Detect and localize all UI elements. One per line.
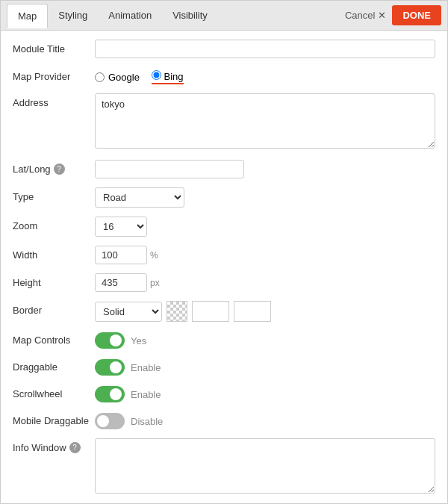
google-radio[interactable] — [95, 72, 105, 82]
mobile-draggable-control: Disable — [95, 411, 435, 429]
lat-long-help-icon[interactable]: ? — [54, 164, 65, 175]
address-textarea[interactable] — [95, 93, 435, 149]
border-label: Border — [13, 301, 95, 316]
bing-radio-option[interactable]: Bing — [152, 70, 184, 84]
zoom-select[interactable]: 1234 5678 9101112 13141516 17181920 — [95, 217, 147, 237]
draggable-row: Draggable Enable — [13, 358, 435, 376]
border-options: Solid Dashed Dotted None — [95, 301, 435, 322]
width-input-group: % — [95, 246, 435, 264]
map-controls-control: Yes — [95, 331, 435, 349]
scrollwheel-label: Scrollwheel — [13, 385, 95, 399]
height-input-group: px — [95, 273, 435, 292]
type-control: Road Satellite Aerial Hybrid — [95, 187, 435, 208]
mobile-draggable-slider — [95, 413, 125, 429]
cancel-icon: ✕ — [378, 10, 386, 21]
info-window-help-icon[interactable]: ? — [69, 442, 81, 453]
map-controls-toggle-wrap: Yes — [95, 331, 435, 349]
map-controls-toggle-label: Yes — [131, 335, 146, 346]
mobile-draggable-label: Mobile Draggable — [13, 411, 95, 426]
draggable-toggle[interactable] — [95, 359, 125, 376]
info-window-textarea[interactable] — [95, 438, 435, 494]
module-title-row: Module Title — [13, 40, 435, 58]
border-color1-swatch[interactable] — [192, 301, 229, 322]
map-controls-toggle[interactable] — [95, 332, 125, 349]
draggable-slider — [95, 359, 125, 376]
height-label: Height — [13, 273, 95, 288]
height-row: Height px — [13, 273, 435, 292]
map-provider-radio-group: Google Bing — [95, 67, 435, 84]
border-style-select[interactable]: Solid Dashed Dotted None — [95, 302, 162, 322]
width-input[interactable] — [95, 246, 147, 264]
map-controls-label: Map Controls — [13, 331, 95, 346]
mobile-draggable-toggle[interactable] — [95, 413, 125, 429]
zoom-row: Zoom 1234 5678 9101112 13141516 17181920 — [13, 217, 435, 237]
google-label: Google — [108, 72, 140, 83]
cancel-label: Cancel — [345, 10, 375, 21]
tab-animation[interactable]: Animation — [98, 4, 162, 27]
width-control: % — [95, 246, 435, 264]
mobile-draggable-toggle-wrap: Disable — [95, 411, 435, 429]
width-label: Width — [13, 246, 95, 261]
lat-long-label: Lat/Long ? — [13, 160, 95, 175]
draggable-label: Draggable — [13, 358, 95, 373]
scrollwheel-slider — [95, 386, 125, 402]
module-title-control — [95, 40, 435, 58]
tab-bar: Map Styling Animation Visibility Cancel … — [1, 1, 447, 31]
zoom-label: Zoom — [13, 217, 95, 231]
mobile-draggable-toggle-label: Disable — [131, 416, 163, 427]
border-control: Solid Dashed Dotted None — [95, 301, 435, 322]
cancel-button[interactable]: Cancel ✕ — [345, 10, 386, 21]
border-color2-swatch[interactable] — [234, 301, 271, 322]
map-provider-label: Map Provider — [13, 67, 95, 82]
map-provider-control: Google Bing — [95, 67, 435, 84]
height-input[interactable] — [95, 273, 147, 292]
height-unit: px — [150, 278, 160, 288]
address-control — [95, 93, 435, 151]
form-content: Module Title Map Provider Google Bing — [1, 31, 447, 503]
draggable-control: Enable — [95, 358, 435, 376]
type-row: Type Road Satellite Aerial Hybrid — [13, 187, 435, 208]
google-radio-option[interactable]: Google — [95, 72, 140, 83]
tab-visibility[interactable]: Visibility — [162, 4, 218, 27]
map-controls-slider — [95, 332, 125, 349]
scrollwheel-toggle-wrap: Enable — [95, 385, 435, 402]
tab-styling[interactable]: Styling — [48, 4, 98, 27]
bing-radio[interactable] — [152, 70, 161, 80]
scrollwheel-toggle[interactable] — [95, 386, 125, 402]
mobile-draggable-row: Mobile Draggable Disable — [13, 411, 435, 429]
width-unit: % — [150, 250, 158, 261]
scrollwheel-row: Scrollwheel Enable — [13, 385, 435, 402]
height-control: px — [95, 273, 435, 292]
lat-long-control — [95, 160, 435, 178]
address-label: Address — [13, 93, 95, 108]
info-window-control — [95, 438, 435, 496]
done-button[interactable]: DONE — [392, 5, 441, 25]
type-select[interactable]: Road Satellite Aerial Hybrid — [95, 187, 184, 208]
scrollwheel-toggle-label: Enable — [131, 389, 161, 400]
width-row: Width % — [13, 246, 435, 264]
scrollwheel-control: Enable — [95, 385, 435, 402]
draggable-toggle-wrap: Enable — [95, 358, 435, 376]
border-row: Border Solid Dashed Dotted None — [13, 301, 435, 322]
tab-map[interactable]: Map — [7, 4, 48, 28]
module-title-input[interactable] — [95, 40, 435, 58]
map-controls-row: Map Controls Yes — [13, 331, 435, 349]
zoom-control: 1234 5678 9101112 13141516 17181920 — [95, 217, 435, 237]
lat-long-input[interactable] — [95, 160, 244, 178]
map-provider-row: Map Provider Google Bing — [13, 67, 435, 84]
border-pattern-swatch[interactable] — [167, 301, 187, 322]
info-window-row: Info Window ? — [13, 438, 435, 496]
type-label: Type — [13, 187, 95, 202]
module-title-label: Module Title — [13, 40, 95, 55]
lat-long-row: Lat/Long ? — [13, 160, 435, 178]
main-container: Map Styling Animation Visibility Cancel … — [0, 0, 448, 504]
draggable-toggle-label: Enable — [131, 362, 161, 373]
bing-label: Bing — [164, 71, 184, 82]
address-row: Address — [13, 93, 435, 151]
info-window-label: Info Window ? — [13, 438, 95, 453]
